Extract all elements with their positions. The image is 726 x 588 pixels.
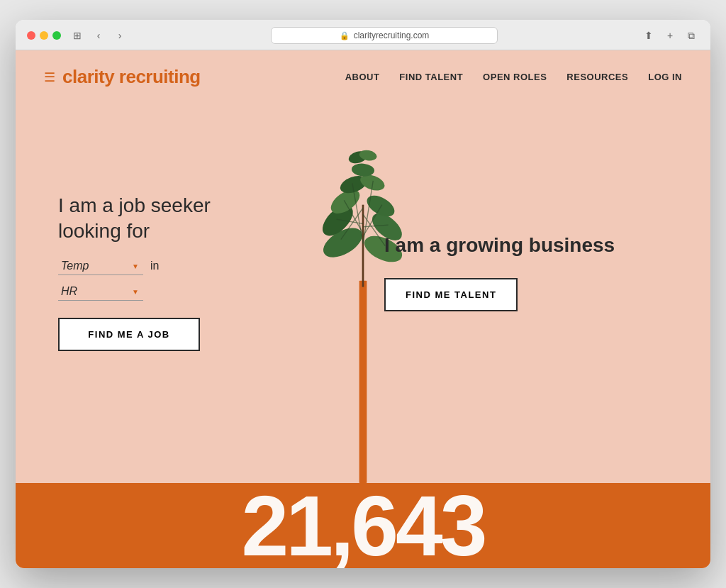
find-me-job-button[interactable]: FIND ME A JOB bbox=[58, 318, 200, 351]
job-type-dropdown[interactable]: Temp Permanent Contract Part-time bbox=[58, 257, 143, 275]
search-row-2: HR Finance Marketing Operations Tech ▼ bbox=[58, 282, 342, 301]
minimize-button[interactable] bbox=[40, 31, 48, 40]
field-dropdown-wrapper: HR Finance Marketing Operations Tech ▼ bbox=[58, 282, 143, 301]
nav-link-find-talent[interactable]: FIND TALENT bbox=[399, 72, 463, 82]
nav-link-about[interactable]: ABOUT bbox=[345, 72, 380, 82]
hero-right-headline: I am a growing business bbox=[384, 233, 615, 258]
logo-text: clarity recruiting bbox=[62, 66, 201, 88]
traffic-lights bbox=[27, 31, 61, 40]
tab-overview-button[interactable]: ⧉ bbox=[683, 28, 699, 43]
hero-section: I am a job seeker looking for Temp Perma… bbox=[16, 104, 710, 483]
search-row-1: Temp Permanent Contract Part-time ▼ in bbox=[58, 257, 342, 275]
big-numbers-text: 21,643 bbox=[241, 483, 484, 568]
nav-link-resources[interactable]: RESOURCES bbox=[566, 72, 628, 82]
website-content: ☰ clarity recruiting ABOUT FIND TALENT O… bbox=[16, 50, 710, 568]
forward-button[interactable]: › bbox=[112, 28, 128, 43]
field-dropdown[interactable]: HR Finance Marketing Operations Tech bbox=[58, 282, 143, 301]
hero-left: I am a job seeker looking for Temp Perma… bbox=[58, 104, 342, 483]
browser-chrome: ⊞ ‹ › 🔒 clarityrecruiting.com ⬆ + ⧉ bbox=[16, 20, 710, 50]
navigation: ☰ clarity recruiting ABOUT FIND TALENT O… bbox=[16, 50, 710, 104]
sidebar-toggle-button[interactable]: ⊞ bbox=[69, 28, 85, 43]
url-text: clarityrecruiting.com bbox=[354, 30, 430, 40]
share-button[interactable]: ⬆ bbox=[641, 28, 657, 43]
bottom-section: 21,643 bbox=[16, 483, 710, 568]
job-type-dropdown-wrapper: Temp Permanent Contract Part-time ▼ bbox=[58, 257, 143, 275]
new-tab-button[interactable]: + bbox=[662, 28, 678, 43]
in-label: in bbox=[150, 260, 159, 272]
logo-area: ☰ clarity recruiting bbox=[44, 66, 345, 88]
close-button[interactable] bbox=[27, 31, 35, 40]
hero-left-headline: I am a job seeker looking for bbox=[58, 193, 342, 245]
address-bar-container: 🔒 clarityrecruiting.com bbox=[136, 27, 632, 44]
find-me-talent-button[interactable]: FIND ME TALENT bbox=[384, 278, 518, 311]
address-bar[interactable]: 🔒 clarityrecruiting.com bbox=[271, 27, 498, 44]
hamburger-icon[interactable]: ☰ bbox=[44, 70, 55, 85]
nav-link-open-roles[interactable]: OPEN ROLES bbox=[483, 72, 547, 82]
back-button[interactable]: ‹ bbox=[91, 28, 106, 43]
nav-link-log-in[interactable]: LOG IN bbox=[648, 72, 682, 82]
hero-right: I am a growing business FIND ME TALENT bbox=[342, 104, 668, 483]
browser-controls: ⊞ ‹ › bbox=[69, 28, 128, 43]
lock-icon: 🔒 bbox=[340, 31, 350, 40]
maximize-button[interactable] bbox=[52, 31, 61, 40]
nav-links: ABOUT FIND TALENT OPEN ROLES RESOURCES L… bbox=[345, 72, 682, 82]
browser-actions: ⬆ + ⧉ bbox=[641, 28, 699, 43]
browser-window: ⊞ ‹ › 🔒 clarityrecruiting.com ⬆ + ⧉ ☰ cl… bbox=[16, 20, 710, 568]
